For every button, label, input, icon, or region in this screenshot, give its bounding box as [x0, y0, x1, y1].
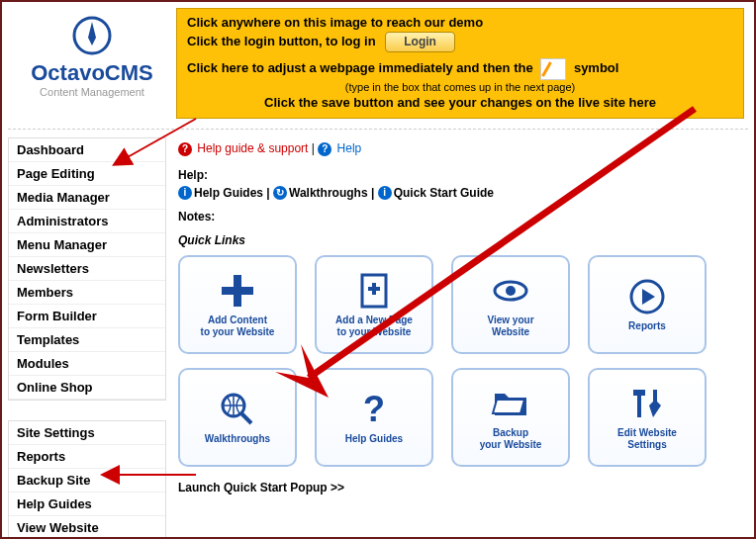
demo-banner[interactable]: Click anywhere on this image to reach ou…	[176, 8, 744, 119]
tile-backup[interactable]: Backupyour Website	[451, 368, 570, 467]
nav-menu-manager[interactable]: Menu Manager	[9, 233, 165, 257]
guide-row: iHelp Guides | ↻Walkthroughs | iQuick St…	[178, 186, 736, 201]
tile-add-content[interactable]: Add Contentto your Website	[178, 255, 297, 354]
quick-start-link[interactable]: Quick Start Guide	[394, 186, 494, 200]
nav-help-guides[interactable]: Help Guides	[9, 493, 165, 516]
help-link[interactable]: Help	[337, 141, 362, 155]
help-icon: ?	[318, 142, 331, 156]
eye-icon	[491, 271, 530, 311]
help-guide-icon: ?	[178, 142, 192, 156]
nav-site-settings[interactable]: Site Settings	[9, 421, 165, 445]
quick-links-label: Quick Links	[178, 233, 736, 247]
brand-name: OctavoCMS	[8, 60, 176, 86]
tools-icon	[627, 384, 667, 423]
help-bar: ? Help guide & support | ? Help	[178, 141, 736, 156]
nav-dashboard[interactable]: Dashboard	[9, 138, 165, 162]
nav-page-editing[interactable]: Page Editing	[9, 162, 165, 186]
help-guides-link[interactable]: Help Guides	[194, 186, 263, 200]
nav-group-top: Dashboard Page Editing Media Manager Adm…	[8, 137, 166, 401]
folder-icon	[491, 384, 530, 423]
tile-walkthroughs[interactable]: Walkthroughs	[178, 368, 297, 467]
globe-search-icon	[218, 390, 257, 429]
play-circle-icon	[627, 277, 667, 316]
logo: OctavoCMS Content Management	[8, 8, 176, 98]
svg-point-5	[506, 286, 516, 296]
help-guide-link[interactable]: Help guide & support	[197, 141, 308, 155]
svg-rect-2	[222, 287, 253, 295]
content-area: ? Help guide & support | ? Help Help: iH…	[166, 137, 748, 539]
pen-logo-icon	[72, 16, 112, 58]
nav-online-shop[interactable]: Online Shop	[9, 376, 165, 400]
login-button[interactable]: Login	[385, 32, 455, 53]
svg-line-8	[241, 413, 251, 423]
banner-line1: Click anywhere on this image to reach ou…	[187, 15, 733, 32]
nav-members[interactable]: Members	[9, 281, 165, 305]
svg-rect-11	[633, 390, 645, 396]
new-page-icon	[354, 271, 394, 311]
walkthrough-icon: ↻	[273, 186, 287, 200]
notes-label: Notes:	[178, 210, 736, 224]
question-icon: ?	[354, 390, 394, 429]
svg-text:?: ?	[363, 390, 385, 429]
banner-line2: Click the login button, to log in Login	[187, 32, 733, 53]
tile-help-guides[interactable]: ? Help Guides	[315, 368, 433, 467]
info-icon: i	[178, 186, 192, 200]
tile-view-site[interactable]: View yourWebsite	[451, 255, 570, 354]
banner-subnote: (type in the box that comes up in the ne…	[187, 80, 733, 94]
tile-add-page[interactable]: Add a New Pageto your Website	[315, 255, 433, 354]
help-section-label: Help:	[178, 168, 736, 182]
info-icon: i	[378, 186, 392, 200]
tile-reports[interactable]: Reports	[588, 255, 707, 354]
nav-templates[interactable]: Templates	[9, 328, 165, 352]
tile-edit-settings[interactable]: Edit WebsiteSettings	[588, 368, 707, 467]
nav-newsletters[interactable]: Newsletters	[9, 257, 165, 281]
quick-links-grid: Add Contentto your Website Add a New Pag…	[178, 255, 736, 467]
nav-media-manager[interactable]: Media Manager	[9, 186, 165, 210]
nav-form-builder[interactable]: Form Builder	[9, 305, 165, 328]
sidebar: Dashboard Page Editing Media Manager Adm…	[8, 137, 166, 539]
launch-quick-start-link[interactable]: Launch Quick Start Popup >>	[178, 481, 344, 494]
banner-line4: Click the save button and see your chang…	[187, 95, 733, 112]
banner-line3: Click here to adjust a webpage immediate…	[187, 58, 733, 80]
nav-backup-site[interactable]: Backup Site	[9, 469, 165, 493]
brand-tagline: Content Management	[8, 86, 176, 98]
nav-administrators[interactable]: Administrators	[9, 210, 165, 233]
plus-icon	[218, 271, 257, 311]
nav-reports[interactable]: Reports	[9, 445, 165, 469]
pencil-icon	[540, 58, 566, 80]
nav-group-bottom: Site Settings Reports Backup Site Help G…	[8, 420, 166, 539]
walkthroughs-link[interactable]: Walkthroughs	[289, 186, 368, 200]
nav-view-website[interactable]: View Website	[9, 516, 165, 539]
header-divider	[8, 129, 748, 130]
nav-modules[interactable]: Modules	[9, 352, 165, 376]
